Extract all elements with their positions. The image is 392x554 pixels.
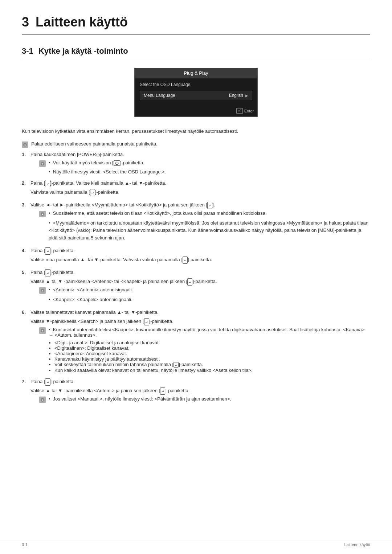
osd-title-bar: Plug & Play [135,68,257,78]
step-6-num: 6. [22,309,28,316]
step-7-content: Paina [↵]-painiketta. [30,378,370,386]
step-7-subs: ★ • Jos valitset <Manuaal.>, näytölle il… [39,396,370,403]
step-4-content: Paina [↵]-painiketta. [30,247,370,255]
chapter-title-text: Laitteen käyttö [36,15,128,29]
note-icon-s1-1: ★ [39,160,46,167]
note-icon-s6: ★ [39,327,46,334]
step-3-sub-1-text: • Suosittelemme, että asetat television … [49,210,267,216]
step-1-sub-1-text: • Voit käyttää myös television [⏻]-paini… [49,160,144,166]
step-1-num: 1. [22,151,28,159]
step-3-num: 3. [22,201,28,209]
step-4: 4. Paina [↵]-painiketta. Valitse maa pai… [22,247,370,264]
step-6-content: Valitse tallennettavat kanavat painamall… [30,309,370,316]
osd-label: Select the OSD Language. [140,82,252,87]
note-item-1: ★ Palaa edelliseen vaiheeseen painamalla… [22,141,370,148]
step-5: 5. Paina [↵]-painiketta. Valitse ▲ tai ▼… [22,269,370,304]
step-1-header: 1. Paina kaukosäätimen [POWER⏻]-painiket… [22,151,370,159]
osd-footer: ⏎ Enter [135,107,257,116]
osd-arrow-icon: ▶ [245,94,248,98]
step-3-header: 3. Valitse ◄- tai ►-painikkeella <Myymäl… [22,201,370,209]
step-5-subs: ★ • <Antenni>: <Antenni>-antennisignaali… [39,287,370,304]
step-7-num: 7. [22,378,28,386]
step-4-sub: Valitse maa painamalla ▲- tai ▼-painiket… [30,256,370,264]
step-1-sub-2: • Näytölle ilmestyy viesti: <Select the … [49,169,370,175]
note-icon-s3: ★ [39,211,46,217]
step-5-sub-2: • <Kaapeli>: <Kaapeli>-antennisignaali. [49,296,370,304]
osd-menu-language-value: English ▶ [229,93,248,98]
steps-container: 1. Paina kaukosäätimen [POWER⏻]-painiket… [22,151,370,403]
step-7-note-icon: ★ • Jos valitset <Manuaal.>, näytölle il… [39,396,370,403]
osd-enter-label: Enter [244,109,254,113]
step-5-sub-1-text: • <Antenni>: <Antenni>-antennisignaali. [49,287,133,292]
section-title: 3-1Kytke ja käytä -toiminto [22,46,370,59]
step-1-content: Paina kaukosäätimen [POWER⏻]-painiketta. [30,151,370,159]
step-2-num: 2. [22,180,28,187]
svg-text:★: ★ [41,213,44,216]
footer-left: 3-1 [22,542,28,547]
intro-text: Kun televisioon kytketään virta ensimmäi… [22,128,370,135]
step-1-subs: ★ • Voit käyttää myös television [⏻]-pai… [39,160,370,175]
svg-text:★: ★ [41,399,44,401]
step-7-sub-1: • Jos valitset <Manuaal.>, näytölle ilme… [49,396,231,402]
step-6-bullet-2: <Digitaalinen>: Digitaaliset kanavat. [54,345,370,351]
step-3-sub-2: • <Myymälädemo> on tarkoitettu ainoastaa… [49,219,370,242]
step-5-sub: Valitse ▲ tai ▼ -painikkeella <Antenni> … [30,278,370,286]
step-6-note-icon: ★ • Kun asetat antennilähteeksi <Kaapeli… [39,327,370,338]
svg-text:★: ★ [24,144,26,146]
step-6-sub: Valitse ▼-painikkeella <Search> ja paina… [30,318,370,325]
step-3-content: Valitse ◄- tai ►-painikkeella <Myymäläde… [30,201,370,209]
footer-right: Laitteen käyttö [344,542,370,547]
chapter-number: 3 [22,15,29,29]
step-7-sub: Valitse ▲ tai ▼ -painnikkeella <Autom.> … [30,387,370,395]
step-2-header: 2. Paina [↵]-painiketta. Valitse kieli p… [22,180,370,187]
osd-title: Plug & Play [184,70,208,76]
step-3-subs: ★ • Suosittelemme, että asetat televisio… [39,210,370,242]
note-text-1: Palaa edelliseen vaiheeseen painamalla p… [31,141,158,147]
step-6-bullet-5: Voit keskeyttää tallennuksen milloin tah… [54,362,370,368]
svg-text:★: ★ [41,290,44,292]
step-6-bullet-6: Kun kaikki saatavilla olevat kanavat on … [54,368,370,373]
section-title-text: Kytke ja käytä -toiminto [38,46,128,56]
osd-body: Select the OSD Language. Menu Language E… [135,78,257,107]
step-5-note-icon: ★ • <Antenni>: <Antenni>-antennisignaali… [39,287,370,294]
step-2-sub: Vahvista valinta painamalla [↵]-painiket… [30,189,370,196]
step-6: 6. Valitse tallennettavat kanavat painam… [22,309,370,373]
step-1-sub-1: ★ • Voit käyttää myös television [⏻]-pai… [39,160,370,167]
step-6-bullet-3: <Analoginen>: Analogiset kanavat. [54,351,370,356]
step-6-sub-1: • Kun asetat antennilähteeksi <Kaapeli>,… [49,327,370,338]
chapter-title: 3Laitteen käyttö [22,15,370,35]
enter-icon: ⏎ [236,108,243,114]
step-3: 3. Valitse ◄- tai ►-painikkeella <Myymäl… [22,201,370,242]
step-1: 1. Paina kaukosäätimen [POWER⏻]-painiket… [22,151,370,175]
note-icon-s7: ★ [39,397,46,403]
note-icon-1: ★ [22,141,28,148]
osd-menu-language-key: Menu Language [144,93,175,98]
step-3-note-icon: ★ • Suosittelemme, että asetat televisio… [39,210,370,217]
step-2: 2. Paina [↵]-painiketta. Valitse kieli p… [22,180,370,196]
step-4-num: 4. [22,247,28,255]
step-5-num: 5. [22,269,28,276]
svg-text:★: ★ [41,163,44,165]
step-4-header: 4. Paina [↵]-painiketta. [22,247,370,255]
osd-dialog: Plug & Play Select the OSD Language. Men… [134,68,258,117]
page-footer: 3-1 Laitteen käyttö [0,540,392,547]
step-6-header: 6. Valitse tallennettavat kanavat painam… [22,309,370,316]
step-6-bullet-4: Kanavahaku käynnistyy ja päättyy automaa… [54,356,370,362]
step-7: 7. Paina [↵]-painiketta. Valitse ▲ tai ▼… [22,378,370,403]
step-6-bullet-1: <Digit. ja anal.>: Digitaaliset ja analo… [54,340,370,345]
step-5-header: 5. Paina [↵]-painiketta. [22,269,370,276]
note-icon-s5: ★ [39,287,46,294]
section-number: 3-1 [22,46,33,56]
step-6-bullet-list: <Digit. ja anal.>: Digitaaliset ja analo… [54,340,370,373]
step-5-content: Paina [↵]-painiketta. [30,269,370,276]
step-6-subs: ★ • Kun asetat antennilähteeksi <Kaapeli… [39,327,370,373]
svg-text:★: ★ [41,329,44,332]
step-2-content: Paina [↵]-painiketta. Valitse kieli pain… [30,180,370,187]
step-7-header: 7. Paina [↵]-painiketta. [22,378,370,386]
osd-row: Menu Language English ▶ [140,91,252,100]
